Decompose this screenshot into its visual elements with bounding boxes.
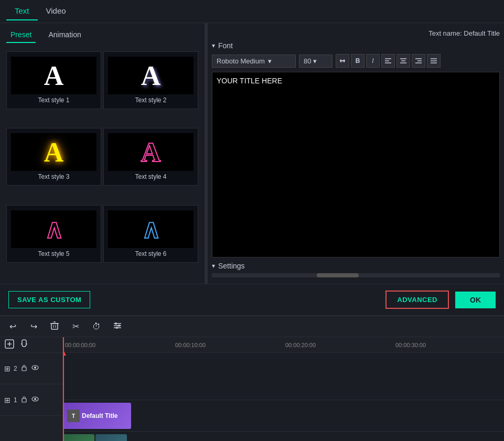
tab-preset[interactable]: Preset — [6, 27, 36, 43]
svg-rect-31 — [22, 367, 26, 371]
tab-video[interactable]: Video — [38, 2, 74, 20]
time-marker-3: 00:00:30:00 — [395, 342, 426, 348]
style-3-letter: A — [44, 137, 64, 168]
style-1-letter: A — [44, 60, 64, 91]
track-1-number: 1 — [14, 396, 17, 404]
style-3-preview: A — [11, 133, 96, 171]
timeline-left-controls: ⊞ 2 ⊞ 1 — [0, 337, 63, 441]
add-track-icon[interactable] — [4, 339, 15, 351]
style-3-label: Text style 3 — [38, 173, 69, 180]
scrollbar-thumb[interactable] — [317, 273, 359, 277]
text-content: YOUR TITLE HERE — [217, 77, 282, 85]
right-panel: Text name: Default Title ▾ Font Roboto M… — [208, 23, 504, 284]
clip-video-1[interactable]: Tra — [63, 434, 94, 441]
style-1-preview: A — [11, 57, 96, 94]
text-name-row: Text name: Default Title — [212, 27, 500, 41]
strikethrough-button[interactable] — [336, 54, 349, 68]
strikethrough-icon — [339, 57, 346, 64]
style-5-letter: ∧ — [45, 214, 63, 244]
eye-icon-1[interactable] — [31, 396, 39, 404]
settings-section-header: ▾ Settings — [212, 262, 500, 270]
timeline: ↩ ↪ ✂ ⏱ — [0, 315, 504, 441]
font-family-dropdown[interactable]: Roboto Medium ▾ — [212, 55, 296, 68]
svg-point-24 — [118, 325, 120, 327]
scissors-icon[interactable]: ✂ — [69, 321, 82, 331]
track-row-1-clips: Tra Tra — [63, 432, 504, 441]
font-dropdown-chevron-icon: ▾ — [268, 57, 272, 65]
grid-icon-1: ⊞ — [4, 396, 10, 404]
settings-section-label: Settings — [218, 262, 245, 270]
text-style-2[interactable]: A Text style 2 — [103, 51, 198, 109]
advanced-button[interactable]: ADVANCED — [385, 291, 449, 309]
tl-header-spacer — [0, 337, 62, 353]
format-buttons: B I — [336, 54, 441, 68]
italic-button[interactable]: I — [366, 54, 380, 68]
track-row-2-empty — [63, 353, 504, 400]
font-chevron-icon[interactable]: ▾ — [212, 42, 215, 49]
style-1-label: Text style 1 — [38, 96, 69, 104]
redo-icon[interactable]: ↪ — [27, 321, 40, 331]
svg-rect-34 — [22, 399, 26, 402]
align-left-icon — [384, 57, 392, 64]
time-ruler: 00:00:00:00 00:00:10:00 00:00:20:00 00:0… — [63, 337, 504, 353]
style-6-preview: ∧ — [108, 210, 194, 248]
style-2-label: Text style 2 — [135, 96, 166, 104]
playhead-cursor[interactable] — [63, 337, 64, 352]
clock-icon[interactable]: ⏱ — [90, 322, 103, 331]
text-input[interactable]: YOUR TITLE HERE — [212, 72, 500, 257]
svg-point-36 — [34, 398, 36, 400]
align-center-icon — [400, 57, 407, 64]
text-style-5[interactable]: ∧ Text style 5 — [6, 205, 101, 263]
style-5-label: Text style 5 — [38, 250, 69, 257]
equalizer-icon[interactable] — [111, 321, 124, 332]
settings-chevron-icon[interactable]: ▾ — [212, 262, 215, 270]
eye-icon-2[interactable] — [31, 364, 39, 372]
magnet-icon[interactable] — [19, 339, 29, 351]
justify-button[interactable] — [427, 54, 441, 68]
tab-text[interactable]: Text — [6, 2, 38, 20]
bold-button[interactable]: B — [351, 54, 364, 68]
track-1-label: ⊞ 1 — [0, 384, 62, 416]
ok-button[interactable]: OK — [455, 292, 496, 308]
tab-animation[interactable]: Animation — [44, 27, 85, 43]
font-size-dropdown[interactable]: 80 ▾ — [299, 55, 333, 68]
text-name-label: Text name: Default Title — [428, 29, 500, 37]
font-family-value: Roboto Medium — [217, 57, 265, 65]
style-4-preview: A — [108, 133, 194, 171]
time-marker-0: 00:00:00:00 — [65, 342, 95, 348]
clip-default-title[interactable]: T Default Title — [63, 403, 131, 429]
font-section-label: Font — [218, 41, 233, 50]
align-right-button[interactable] — [412, 54, 425, 68]
delete-icon[interactable] — [48, 321, 61, 332]
sub-tab-bar: Preset Animation — [0, 23, 205, 47]
text-style-3[interactable]: A Text style 3 — [6, 128, 101, 186]
style-6-letter: ∧ — [142, 214, 160, 244]
text-style-4[interactable]: A Text style 4 — [103, 128, 198, 186]
style-5-preview: ∧ — [11, 210, 96, 248]
track-area: T Default Title Tra — [63, 353, 504, 441]
styles-grid: A Text style 1 A Text style 2 A Text sty… — [0, 47, 205, 284]
align-left-button[interactable] — [381, 54, 395, 68]
time-marker-1: 00:00:10:00 — [175, 342, 206, 348]
top-tab-bar: Text Video — [0, 0, 504, 23]
lock-icon-2[interactable] — [20, 364, 28, 373]
main-content: Preset Animation A Text style 1 A Text s… — [0, 23, 504, 284]
text-style-1[interactable]: A Text style 1 — [6, 51, 101, 109]
text-style-6[interactable]: ∧ Text style 6 — [103, 205, 198, 263]
align-right-icon — [415, 57, 422, 64]
svg-point-25 — [116, 327, 118, 329]
timeline-toolbar: ↩ ↪ ✂ ⏱ — [0, 316, 504, 337]
timeline-right: 00:00:00:00 00:00:10:00 00:00:20:00 00:0… — [63, 337, 504, 441]
style-4-label: Text style 4 — [135, 173, 166, 180]
clip-video-2[interactable]: Tra — [95, 434, 127, 441]
save-as-custom-button[interactable]: SAVE AS CUSTOM — [8, 291, 90, 308]
align-center-button[interactable] — [396, 54, 410, 68]
timeline-body: ⊞ 2 ⊞ 1 — [0, 337, 504, 441]
undo-icon[interactable]: ↩ — [6, 321, 19, 331]
time-marker-2: 00:00:20:00 — [285, 342, 316, 348]
lock-icon-1[interactable] — [20, 395, 28, 404]
font-size-value: 80 — [304, 57, 311, 65]
font-size-chevron-icon: ▾ — [313, 57, 317, 65]
svg-point-33 — [34, 367, 36, 369]
settings-scrollbar[interactable] — [212, 273, 500, 277]
